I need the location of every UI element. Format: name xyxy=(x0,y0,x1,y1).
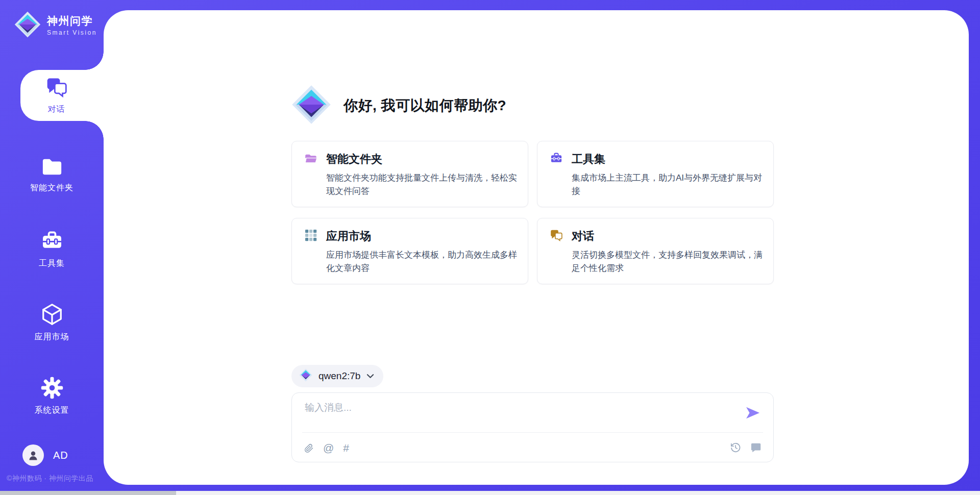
card-app-market[interactable]: 应用市场 应用市场提供丰富长文本模板，助力高效生成多样化文章内容 xyxy=(291,218,528,284)
card-title: 工具集 xyxy=(572,152,605,167)
user-account[interactable]: AD xyxy=(22,444,68,466)
folder-icon xyxy=(40,156,64,179)
send-icon[interactable] xyxy=(745,406,761,419)
toolbox-icon xyxy=(40,229,64,255)
sidebar-item-label: 应用市场 xyxy=(35,332,69,342)
main-panel: 你好, 我可以如何帮助你? 智能文件夹 智能文件夹功能支持批量文件上传与清洗，轻… xyxy=(104,10,969,485)
card-title: 对话 xyxy=(572,229,594,244)
sidebar-item-label: 对话 xyxy=(48,104,65,115)
diamond-logo-icon xyxy=(299,368,312,384)
sidebar-item-toolset[interactable]: 工具集 xyxy=(0,229,104,269)
cube-icon xyxy=(40,303,64,328)
feature-cards: 智能文件夹 智能文件夹功能支持批量文件上传与清洗，轻松实现文件问答 工具集 集成… xyxy=(291,141,774,284)
composer-divider xyxy=(302,432,763,433)
horizontal-scrollbar[interactable] xyxy=(0,491,980,495)
paperclip-icon[interactable] xyxy=(304,442,314,453)
card-title: 智能文件夹 xyxy=(326,152,382,167)
chat-icon xyxy=(45,76,68,101)
brand-diamond-icon xyxy=(291,85,331,127)
card-description: 应用市场提供丰富长文本模板，助力高效生成多样化文章内容 xyxy=(326,249,524,276)
card-description: 灵活切换多模型文件，支持多样回复效果调试，满足个性化需求 xyxy=(572,249,770,276)
app-logo: 神州问学 Smart Vision xyxy=(14,11,97,40)
composer: @ # xyxy=(291,392,774,462)
avatar xyxy=(22,444,44,466)
scrollbar-thumb[interactable] xyxy=(0,491,176,495)
comment-icon[interactable] xyxy=(750,442,762,453)
sidebar-item-app-market[interactable]: 应用市场 xyxy=(0,303,104,342)
user-initials: AD xyxy=(53,450,68,461)
card-smart-folder[interactable]: 智能文件夹 智能文件夹功能支持批量文件上传与清洗，轻松实现文件问答 xyxy=(291,141,528,207)
brand-subtitle: Smart Vision xyxy=(47,29,97,36)
chevron-down-icon xyxy=(366,372,374,381)
sidebar-item-label: 系统设置 xyxy=(35,405,69,416)
sidebar-item-settings[interactable]: 系统设置 xyxy=(0,376,104,416)
chat-icon xyxy=(550,229,563,244)
sidebar-item-label: 智能文件夹 xyxy=(30,183,74,193)
card-description: 智能文件夹功能支持批量文件上传与清洗，轻松实现文件问答 xyxy=(326,171,524,199)
card-chat[interactable]: 对话 灵活切换多模型文件，支持多样回复效果调试，满足个性化需求 xyxy=(537,218,774,284)
sidebar-item-smart-folder[interactable]: 智能文件夹 xyxy=(0,156,104,193)
history-icon[interactable] xyxy=(730,442,741,453)
greeting-title: 你好, 我可以如何帮助你? xyxy=(344,96,506,115)
copyright-footer: ©神州数码 · 神州问学出品 xyxy=(7,474,93,483)
composer-toolbar: @ # xyxy=(304,438,762,457)
message-input[interactable] xyxy=(304,400,743,429)
at-sign-icon[interactable]: @ xyxy=(323,442,334,453)
card-description: 集成市场上主流工具，助力AI与外界无缝扩展与对接 xyxy=(572,171,770,199)
hash-icon[interactable]: # xyxy=(343,442,349,453)
brand-name: 神州问学 xyxy=(47,15,97,27)
model-selector[interactable]: qwen2:7b xyxy=(291,365,383,387)
grid-icon xyxy=(304,229,317,244)
toolbox-icon xyxy=(550,152,563,167)
card-toolset[interactable]: 工具集 集成市场上主流工具，助力AI与外界无缝扩展与对接 xyxy=(537,141,774,207)
gear-icon xyxy=(40,376,64,402)
diamond-logo-icon xyxy=(14,11,41,40)
card-title: 应用市场 xyxy=(326,229,371,244)
folder-open-icon xyxy=(304,153,317,166)
sidebar-item-chat-active[interactable]: 对话 xyxy=(20,70,104,121)
model-name: qwen2:7b xyxy=(318,370,360,382)
sidebar-item-label: 工具集 xyxy=(39,258,65,269)
greeting-block: 你好, 我可以如何帮助你? xyxy=(291,85,506,127)
